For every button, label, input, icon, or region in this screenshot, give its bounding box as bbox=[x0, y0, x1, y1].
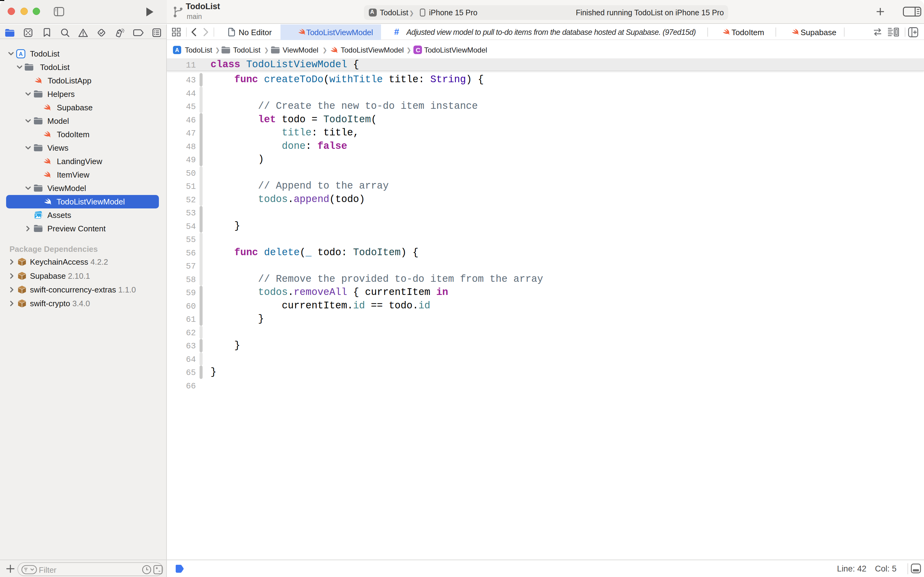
svg-text:A: A bbox=[19, 51, 23, 57]
